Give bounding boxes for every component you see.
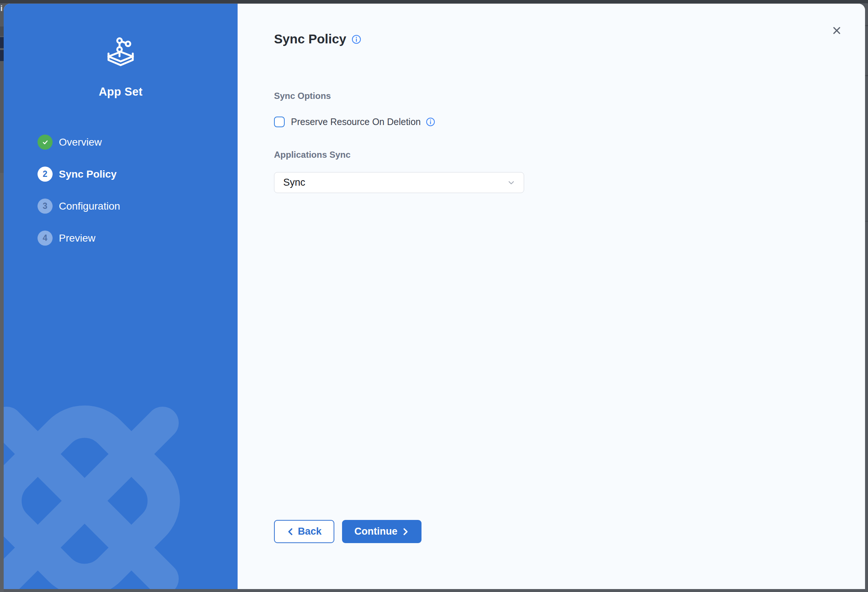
chevron-right-icon [402,528,409,536]
appset-wizard-modal: App Set Overview 2 Sync Policy 3 Configu… [4,4,865,589]
sync-options-label: Sync Options [274,91,865,101]
content-spacer [274,193,865,520]
chevron-left-icon [287,528,294,536]
backdrop-divider [865,25,868,26]
step-label: Sync Policy [59,168,117,180]
step-label: Configuration [59,201,120,212]
backdrop-top-strip [0,0,868,3]
step-number-badge: 2 [37,167,53,182]
back-button[interactable]: Back [274,520,334,543]
backdrop-band [0,27,4,36]
info-icon[interactable] [426,117,435,127]
backdrop-divider [865,75,868,76]
wizard-steps: Overview 2 Sync Policy 3 Configuration 4… [4,134,238,263]
applications-sync-label: Applications Sync [274,150,865,159]
backdrop-divider [865,221,868,222]
applications-sync-select[interactable]: Sync [274,172,524,193]
close-button[interactable] [831,25,842,36]
back-label: Back [298,526,322,537]
preserve-resource-checkbox[interactable] [274,117,285,127]
close-icon [832,26,841,35]
chevron-down-icon [507,178,516,187]
step-configuration[interactable]: 3 Configuration [37,199,238,214]
preserve-resource-row: Preserve Resource On Deletion [274,116,865,127]
step-label: Overview [59,136,102,148]
step-label: Preview [59,232,96,244]
backdrop-nav-item [0,37,4,48]
wizard-title: App Set [99,85,142,99]
appset-icon [104,37,137,69]
step-preview[interactable]: 4 Preview [37,230,238,246]
backdrop-clipped-text: i [0,4,3,12]
wizard-footer: Back Continue [274,520,865,543]
wizard-content: Sync Policy Sync Options Preserve Resour… [238,4,865,589]
page-title-row: Sync Policy [274,30,865,48]
brand-watermark [4,383,202,589]
continue-label: Continue [354,526,398,537]
info-icon[interactable] [351,35,361,44]
continue-button[interactable]: Continue [342,520,422,543]
step-number-badge: 4 [37,230,53,246]
backdrop-nav-item [0,50,4,61]
step-overview[interactable]: Overview [37,134,238,150]
step-number-badge: 3 [37,199,53,214]
page-title: Sync Policy [274,30,346,48]
checkbox-label: Preserve Resource On Deletion [291,116,421,127]
step-complete-check-icon [37,134,53,150]
step-sync-policy[interactable]: 2 Sync Policy [37,167,238,182]
selected-value: Sync [283,177,305,188]
wizard-sidebar: App Set Overview 2 Sync Policy 3 Configu… [4,4,238,589]
backdrop-left-strip [0,173,4,592]
